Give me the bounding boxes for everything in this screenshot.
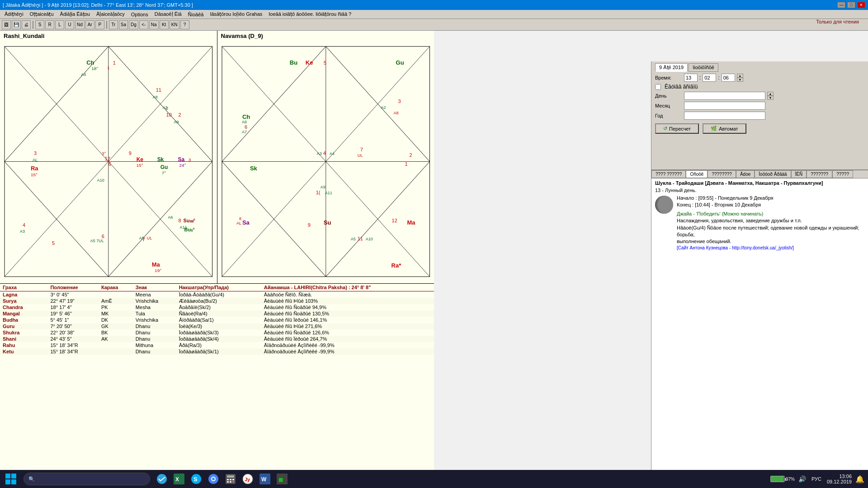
- svg-text:A3: A3: [316, 151, 321, 156]
- taskbar-telegram-icon[interactable]: [154, 470, 170, 488]
- menu-nioaea[interactable]: Ñioāēā: [185, 11, 207, 18]
- info-tab-3[interactable]: ????????: [708, 170, 736, 178]
- toolbar-na-btn[interactable]: Na: [149, 20, 159, 29]
- cell-karaka: [39, 336, 47, 342]
- cell-sign: Vrishchika: [133, 317, 176, 323]
- recalc-button[interactable]: ↺ Пересчет: [655, 123, 699, 134]
- year-input[interactable]: [684, 112, 765, 120]
- svg-text:7: 7: [360, 147, 363, 152]
- toolbar-kn-btn[interactable]: KN: [170, 20, 179, 29]
- cell-karaka: [39, 342, 47, 348]
- menu-ottaicodu[interactable]: Oṭṭaiceāṭu: [27, 11, 57, 18]
- time-up-btn[interactable]: ▲: [737, 74, 743, 78]
- toolbar-nd-btn[interactable]: Nd: [75, 20, 85, 29]
- toolbar-tr-btn[interactable]: Tr: [109, 20, 118, 29]
- info-tab-4[interactable]: Ādoe: [736, 170, 755, 178]
- menu-last[interactable]: Ioeāā ioiāṭō āoōōee. Iiōiāṭōrou ñiāā ?: [266, 11, 354, 18]
- taskbar-skype-icon[interactable]: S: [188, 470, 204, 488]
- start-button[interactable]: [0, 470, 22, 488]
- cell-extra: Āèäuùèé ñîû Þîûé 271,6%: [261, 323, 434, 329]
- right-info-panel: ???? ?????? Oñoōē ???????? Ādoe Ïoōóoð Ā…: [651, 170, 868, 488]
- svg-text:12: 12: [392, 218, 397, 223]
- auto-button[interactable]: 🌿 Автомат: [703, 123, 746, 134]
- svg-text:Gu: Gu: [160, 164, 168, 170]
- info-link[interactable]: [Сайт Антона Кузнецова - http://tony.don…: [677, 245, 864, 250]
- taskbar-chrome-icon[interactable]: [205, 470, 222, 488]
- info-tab-6[interactable]: ÏĒÑ: [791, 170, 807, 178]
- month-label: Месяц: [655, 103, 682, 108]
- cell-extra: Āèäuùèé ñîû Þîûé 103%: [261, 298, 434, 304]
- main-content: Rashi_Kundali: [0, 31, 868, 488]
- day-down-btn[interactable]: ▼: [767, 96, 774, 100]
- minimize-button[interactable]: —: [837, 2, 845, 8]
- time-sec-input[interactable]: [722, 74, 735, 82]
- svg-text:A9: A9: [320, 185, 325, 189]
- toolbar-u-btn[interactable]: U: [65, 20, 74, 29]
- taskbar-search[interactable]: 🔍: [24, 473, 150, 485]
- readonly-label: Только для чтения: [816, 19, 859, 24]
- cell-sign: Dhanu: [133, 336, 176, 342]
- toolbar-sa-btn[interactable]: Sa: [119, 20, 128, 29]
- col-ayanamsha: Айанамша - LAHIRI(Chitra Paksha) : 24° 8…: [261, 284, 434, 291]
- taskbar-puzzle-icon[interactable]: ▦: [274, 470, 290, 488]
- taskbar-excel-icon[interactable]: X: [171, 470, 187, 488]
- svg-rect-110: [232, 481, 234, 483]
- svg-text:A3: A3: [20, 229, 25, 234]
- toolbar-s-btn[interactable]: S: [35, 20, 44, 29]
- time-down-btn[interactable]: ▼: [737, 78, 743, 82]
- toolbar-img-btn[interactable]: 🖼: [2, 20, 11, 29]
- toolbar-kt-btn[interactable]: Kt: [160, 20, 169, 29]
- menu-adialaia[interactable]: Ādiāl̤ia Ēāṭou: [57, 11, 93, 18]
- day-up-btn[interactable]: ▲: [767, 92, 774, 96]
- month-input[interactable]: [684, 102, 765, 110]
- info-tab-2[interactable]: Oñoōē: [686, 170, 708, 178]
- table-row: Shukra 22° 20' 38" BK Dhanu Ïoðāàøāàðā(S…: [0, 329, 434, 336]
- day-input[interactable]: [684, 92, 765, 100]
- menu-dasaoel[interactable]: Dāsaoēḷ Ēiā: [152, 11, 184, 18]
- menu-options[interactable]: Options: [128, 11, 151, 18]
- cell-nakshatra: Ïoðāà-Āóāàðā(Gu/4): [176, 291, 261, 298]
- date-tabs: 9 Āṭē 2019 Iioōiōīñōē: [655, 63, 864, 72]
- svg-text:2: 2: [179, 112, 181, 117]
- info-title: Шукла - Трайодаши [Дэвата - Манматха, На…: [655, 180, 864, 186]
- time-hour-input[interactable]: [684, 74, 698, 82]
- svg-text:A4: A4: [81, 72, 86, 77]
- info-tab-5[interactable]: Ïoōóoð Āðāàā: [755, 170, 791, 178]
- sound-icon[interactable]: 🔊: [798, 475, 806, 483]
- toolbar-back-btn[interactable]: <-: [139, 20, 148, 29]
- cell-karaka2: [99, 342, 133, 348]
- toolbar-print-btn[interactable]: 🖨: [22, 20, 31, 29]
- cell-nakshatra: Āoāðāïè(Sk/2): [176, 304, 261, 310]
- day-label: День: [655, 93, 682, 99]
- date-tab-main[interactable]: 9 Āṭē 2019: [655, 63, 688, 72]
- maximize-button[interactable]: □: [847, 2, 855, 8]
- enable-date-checkbox[interactable]: [655, 84, 661, 90]
- menu-iasatorou[interactable]: Iāsāṭōrou Ioḷiēo Grahas: [207, 11, 265, 18]
- toolbar-dg-btn[interactable]: Dg: [129, 20, 138, 29]
- time-min-input[interactable]: [703, 74, 716, 82]
- toolbar-save-btn[interactable]: 💾: [12, 20, 21, 29]
- table-row: Chandra 18° 17' 4" PK Mesha Āoāðāïè(Sk/2…: [0, 304, 434, 310]
- svg-text:A6: A6: [241, 120, 246, 124]
- battery-percent: 97%: [786, 477, 795, 482]
- taskbar-word-icon[interactable]: W: [257, 470, 273, 488]
- info-tab-1[interactable]: ???? ??????: [651, 170, 686, 178]
- taskbar-jyotish-icon[interactable]: Jy: [240, 470, 256, 488]
- year-label: Год: [655, 113, 682, 118]
- toolbar-ar-btn[interactable]: Ar: [85, 20, 94, 29]
- close-button[interactable]: ✕: [857, 2, 865, 8]
- info-tab-8[interactable]: ?????: [832, 170, 853, 178]
- menu-aditeni[interactable]: Ādiṭhēṉi: [2, 11, 26, 18]
- taskbar-calculator-icon[interactable]: [222, 470, 239, 488]
- table-row: Shani 24° 43' 5" AK Dhanu Ïoðāàøāàðā(Sk/…: [0, 336, 434, 342]
- date-tab-settings[interactable]: Iioōiōīñōē: [689, 63, 718, 72]
- toolbar-r-btn[interactable]: R: [45, 20, 54, 29]
- toolbar-p-btn[interactable]: P: [95, 20, 104, 29]
- notification-icon[interactable]: 🔔: [855, 475, 864, 483]
- toolbar-help-btn[interactable]: ?: [180, 20, 189, 29]
- svg-text:W: W: [261, 476, 267, 483]
- menu-alaiceolaoci[interactable]: Āḷaiceāḷaōcy: [94, 11, 127, 18]
- info-tab-7[interactable]: ???????: [807, 170, 832, 178]
- svg-text:Jy: Jy: [245, 477, 250, 482]
- toolbar-l-btn[interactable]: L: [55, 20, 64, 29]
